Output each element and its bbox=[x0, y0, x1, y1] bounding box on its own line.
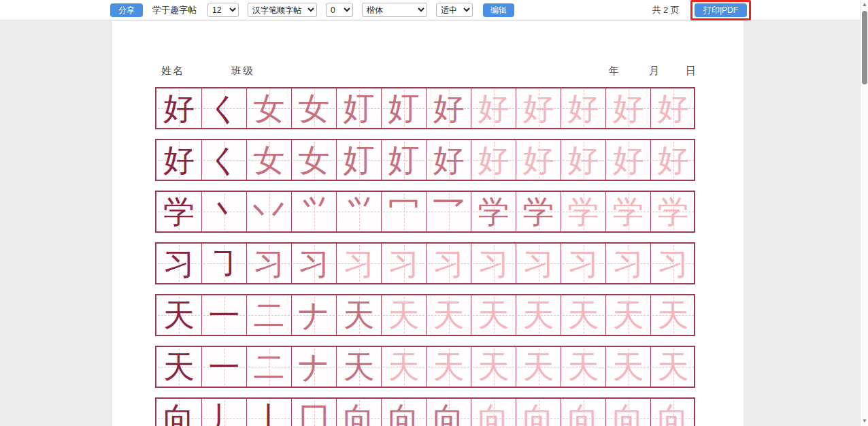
grid-cell: 女 bbox=[246, 88, 291, 128]
practice-char: 好 bbox=[651, 88, 695, 128]
grid-cell: 天 bbox=[381, 347, 426, 387]
grid-cell: 二 bbox=[246, 295, 291, 335]
grid-cell: 向 bbox=[605, 399, 650, 426]
scroll-down-icon[interactable]: ▼ bbox=[861, 416, 868, 426]
top-toolbar: 分享 学于趣字帖 12 汉字笔顺字帖 0 楷体 适中 编辑 共 2 页 打印|P… bbox=[0, 0, 860, 20]
grid-cell: 奵 bbox=[336, 140, 381, 180]
practice-char: 好 bbox=[516, 140, 561, 180]
grid-cell: 好 bbox=[156, 88, 201, 128]
practice-char: 天 bbox=[382, 347, 426, 387]
practice-char: 丨 bbox=[247, 399, 291, 426]
practice-char: 一 bbox=[202, 295, 246, 335]
practice-char: 丿 bbox=[202, 399, 246, 426]
grid-cell: 学 bbox=[471, 192, 516, 231]
char-row-向: 向丿丨冂向向向向向向向向 bbox=[155, 397, 695, 426]
year-label: 年 bbox=[609, 65, 620, 78]
grid-cell: 习 bbox=[336, 244, 381, 283]
grid-cell: 天 bbox=[471, 347, 516, 387]
print-pdf-button[interactable]: 打印|PDF bbox=[695, 3, 747, 17]
blank-rows-select[interactable]: 0 bbox=[326, 3, 353, 17]
practice-char: 好 bbox=[651, 140, 695, 180]
grid-cell: 向 bbox=[650, 399, 695, 426]
share-button[interactable]: 分享 bbox=[110, 3, 143, 17]
sheet-type-select[interactable]: 汉字笔顺字帖 bbox=[248, 3, 317, 17]
practice-char: 丷 bbox=[247, 192, 291, 231]
vertical-scrollbar[interactable]: ▲ ▼ bbox=[860, 0, 868, 426]
practice-char: 好 bbox=[606, 88, 650, 128]
practice-char: 天 bbox=[337, 347, 381, 387]
practice-char: 天 bbox=[561, 295, 605, 335]
grid-cell: 女 bbox=[291, 140, 336, 180]
grid-cell: 习 bbox=[516, 244, 561, 283]
practice-char: 天 bbox=[427, 295, 471, 335]
practice-char: 向 bbox=[337, 399, 381, 426]
grid-cell: 一 bbox=[201, 295, 246, 335]
grid-cell: 一 bbox=[201, 347, 246, 387]
practice-char: 天 bbox=[516, 347, 561, 387]
scrollbar-thumb[interactable] bbox=[862, 11, 867, 84]
grid-cell: 冂 bbox=[291, 399, 336, 426]
grid-cell: 好 bbox=[471, 88, 516, 128]
grid-cell: 女 bbox=[246, 140, 291, 180]
grid-cell: 学 bbox=[156, 192, 201, 231]
grid-cell: 好 bbox=[426, 140, 471, 180]
grid-cell: ⺍ bbox=[336, 192, 381, 231]
practice-char: 向 bbox=[427, 399, 471, 426]
worksheet-header: 姓名 班级 年 月 日 bbox=[112, 21, 744, 87]
site-title: 学于趣字帖 bbox=[152, 4, 197, 16]
font-style-select[interactable]: 楷体 bbox=[362, 3, 427, 17]
practice-char: く bbox=[202, 88, 246, 128]
grid-cell: く bbox=[201, 140, 246, 180]
grid-cell: 丶 bbox=[201, 192, 246, 231]
grid-cell: 向 bbox=[426, 399, 471, 426]
grid-count-select[interactable]: 12 bbox=[207, 3, 239, 17]
grid-cell: 习 bbox=[650, 244, 695, 283]
practice-char: 一 bbox=[202, 347, 246, 387]
practice-char: 奵 bbox=[337, 140, 381, 180]
grid-cell: 好 bbox=[516, 88, 561, 128]
grid-cell: 习 bbox=[156, 244, 201, 283]
grid-cell: 天 bbox=[381, 295, 426, 335]
month-label: 月 bbox=[649, 65, 661, 78]
grid-cell: ナ bbox=[291, 347, 336, 387]
practice-char: 习 bbox=[156, 244, 201, 283]
grid-cell: 天 bbox=[650, 295, 695, 335]
grid-cell: 天 bbox=[650, 347, 695, 387]
grid-cell: 习 bbox=[471, 244, 516, 283]
practice-char: 天 bbox=[606, 347, 650, 387]
practice-char: 学 bbox=[651, 192, 695, 231]
practice-char: 学 bbox=[516, 192, 561, 231]
grid-cell: く bbox=[201, 88, 246, 128]
practice-char: 天 bbox=[156, 295, 201, 335]
practice-char: 女 bbox=[292, 88, 336, 128]
grid-cell: 向 bbox=[471, 399, 516, 426]
practice-char: 好 bbox=[156, 140, 201, 180]
edit-button[interactable]: 编辑 bbox=[483, 3, 514, 17]
grid-cell: 好 bbox=[561, 140, 605, 180]
grid-cell: 好 bbox=[156, 140, 201, 180]
practice-char: 学 bbox=[156, 192, 201, 231]
day-label: 日 bbox=[686, 65, 697, 78]
practice-char: 天 bbox=[651, 295, 695, 335]
grid-cell: 奵 bbox=[381, 140, 426, 180]
grid-cell: ナ bbox=[291, 295, 336, 335]
practice-char: 天 bbox=[651, 347, 695, 387]
grid-cell: 天 bbox=[516, 295, 561, 335]
page-count-label: 共 2 页 bbox=[652, 4, 679, 16]
grid-cell: 天 bbox=[156, 295, 201, 335]
practice-char: 向 bbox=[606, 399, 650, 426]
grid-cell: 习 bbox=[381, 244, 426, 283]
scroll-up-icon[interactable]: ▲ bbox=[861, 0, 868, 10]
practice-char: 习 bbox=[561, 244, 605, 283]
practice-char: 好 bbox=[427, 140, 471, 180]
grid-cell: 丷 bbox=[246, 192, 291, 231]
practice-char: 二 bbox=[247, 347, 291, 387]
grid-cell: ⺍ bbox=[291, 192, 336, 231]
grid-cell: 习 bbox=[605, 244, 650, 283]
grid-cell: 向 bbox=[336, 399, 381, 426]
practice-char: 二 bbox=[247, 295, 291, 335]
spacing-select[interactable]: 适中 bbox=[436, 3, 473, 17]
grid-cell: 天 bbox=[516, 347, 561, 387]
practice-char: 天 bbox=[516, 295, 561, 335]
practice-char: ナ bbox=[292, 347, 336, 387]
